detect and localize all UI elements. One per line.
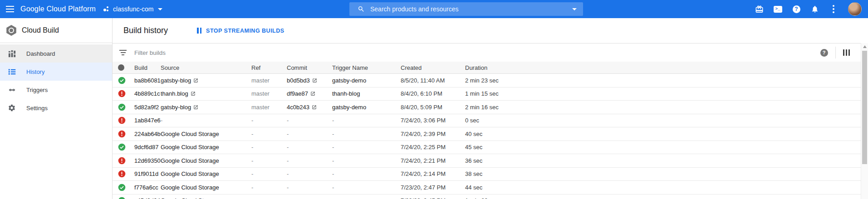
commit-cell: - [287, 170, 332, 177]
stop-streaming-builds-button[interactable]: STOP STREAMING BUILDS [197, 28, 284, 34]
gear-icon [7, 103, 16, 112]
sidebar-item-label: Dashboard [26, 50, 55, 57]
table-row[interactable]: 91f9011dGoogle Cloud Storage---7/24/20, … [113, 168, 861, 181]
avatar[interactable] [848, 2, 862, 16]
commit-cell: 4c0b243 [287, 104, 332, 111]
status-column-icon [113, 64, 134, 71]
trigger-name-cell: - [332, 170, 401, 177]
ref-cell: - [251, 144, 287, 150]
build-status-cell [113, 197, 134, 199]
filter-builds-input[interactable] [134, 49, 820, 56]
error-icon [118, 157, 126, 165]
column-header: Ref [251, 64, 287, 71]
commit-label: b0d5bd3 [287, 77, 310, 84]
table-row[interactable]: 5d82a9f2gatsby-blogmaster4c0b243gatsby-d… [113, 101, 861, 114]
menu-icon[interactable] [5, 4, 15, 15]
project-icon [103, 6, 109, 12]
source-label: Google Cloud Storage [161, 157, 219, 164]
project-switcher[interactable]: classfunc-com [103, 5, 162, 13]
source-cell: Google Cloud Storage [161, 197, 251, 199]
external-link-icon[interactable] [193, 78, 198, 83]
table-help-icon[interactable]: ? [820, 49, 828, 57]
sidebar-item-triggers[interactable]: Triggers [0, 81, 112, 99]
table-row[interactable]: 224ab64bGoogle Cloud Storage---7/24/20, … [113, 127, 861, 141]
more-icon[interactable] [829, 4, 839, 14]
table-row[interactable]: 9dcf6d87Google Cloud Storage---7/24/20, … [113, 141, 861, 155]
duration-cell: 45 sec [465, 144, 861, 150]
build-status-cell [113, 170, 134, 178]
build-status-cell [113, 116, 134, 124]
search-input[interactable] [370, 5, 572, 13]
table-row[interactable]: f776a6ccGoogle Cloud Storage---7/23/20, … [113, 181, 861, 194]
build-id-cell: 9dcf6d87 [134, 144, 161, 150]
ref-cell: - [251, 131, 287, 137]
search-bar[interactable] [349, 2, 583, 16]
created-cell: 7/24/20, 2:25 PM [401, 144, 465, 150]
chevron-down-icon [158, 8, 162, 10]
search-dropdown-icon[interactable] [572, 8, 577, 10]
scroll-up-arrow[interactable] [863, 45, 867, 48]
commit-label: - [287, 184, 289, 191]
sidebar-item-history[interactable]: History [0, 63, 112, 81]
build-status-cell [113, 77, 134, 84]
created-cell: 7/24/20, 2:39 PM [401, 131, 465, 137]
external-link-icon[interactable] [191, 91, 196, 96]
build-id-cell: 1ab847e6 [134, 117, 161, 124]
source-label: - [161, 117, 162, 124]
scrollbar-thumb[interactable] [862, 51, 867, 164]
table-body: ba8b6081gatsby-blogmasterb0d5bd3gatsby-d… [113, 74, 861, 199]
trigger-name-cell: - [332, 197, 401, 199]
duration-cell: 38 sec [465, 170, 861, 177]
table-row[interactable]: 4b889c1cthanh.blogmasterdf9ae87thanh-blo… [113, 87, 861, 101]
commit-label: df9ae87 [287, 90, 308, 97]
duration-cell: 1 min 15 sec [465, 90, 861, 97]
created-cell: 7/24/20, 2:21 PM [401, 157, 465, 164]
created-cell: 7/24/20, 3:06 PM [401, 117, 465, 124]
table-row[interactable]: ba8b6081gatsby-blogmasterb0d5bd3gatsby-d… [113, 74, 861, 87]
commit-label: - [287, 157, 289, 164]
table-row[interactable]: c45d3d04Google Cloud Storage---7/23/20, … [113, 194, 861, 199]
commit-label: - [287, 144, 289, 150]
ref-cell: master [251, 90, 287, 97]
sidebar-item-label: History [26, 68, 44, 75]
ref-cell: - [251, 117, 287, 124]
table-header-row: BuildSourceRefCommitTrigger NameCreatedD… [113, 62, 861, 74]
stop-streaming-builds-label: STOP STREAMING BUILDS [206, 28, 284, 34]
source-label: Google Cloud Storage [161, 131, 219, 137]
external-link-icon[interactable] [312, 105, 317, 110]
success-icon [118, 77, 126, 84]
notifications-icon[interactable] [810, 4, 820, 14]
error-icon [118, 170, 126, 178]
triggers-icon [7, 85, 16, 94]
ref-cell: master [251, 77, 287, 84]
sidebar-item-settings[interactable]: Settings [0, 99, 112, 117]
columns-icon[interactable] [843, 49, 850, 56]
sidebar-item-dashboard[interactable]: Dashboard [0, 44, 112, 63]
external-link-icon[interactable] [312, 78, 317, 83]
ref-cell: - [251, 157, 287, 164]
product-title[interactable]: Google Cloud Platform [20, 5, 96, 13]
main-content: Build history STOP STREAMING BUILDS ? Bu… [113, 18, 861, 199]
cloud-shell-icon[interactable]: >_ [773, 4, 783, 14]
table-row[interactable]: 12d69350Google Cloud Storage---7/24/20, … [113, 154, 861, 168]
source-cell: gatsby-blog [161, 77, 251, 84]
error-icon [118, 90, 126, 97]
build-id-cell: f776a6cc [134, 184, 161, 191]
build-id-cell: c45d3d04 [134, 197, 161, 199]
table-row[interactable]: 1ab847e6----7/24/20, 3:06 PM0 sec [113, 114, 861, 128]
external-link-icon[interactable] [193, 105, 198, 110]
duration-cell: 1 min 29 sec [465, 197, 861, 199]
project-name: classfunc-com [113, 5, 153, 13]
sidebar-title: Cloud Build [22, 26, 59, 34]
source-label: Google Cloud Storage [161, 184, 219, 191]
trigger-name-cell: - [332, 144, 401, 150]
duration-cell: 2 min 23 sec [465, 77, 861, 84]
source-cell: Google Cloud Storage [161, 131, 251, 137]
help-icon[interactable]: ? [791, 4, 801, 14]
error-icon [118, 116, 126, 124]
commit-label: - [287, 117, 289, 124]
external-link-icon[interactable] [310, 91, 315, 96]
gift-icon[interactable] [754, 4, 764, 14]
build-status-cell [113, 184, 134, 191]
column-header: Created [401, 64, 465, 71]
